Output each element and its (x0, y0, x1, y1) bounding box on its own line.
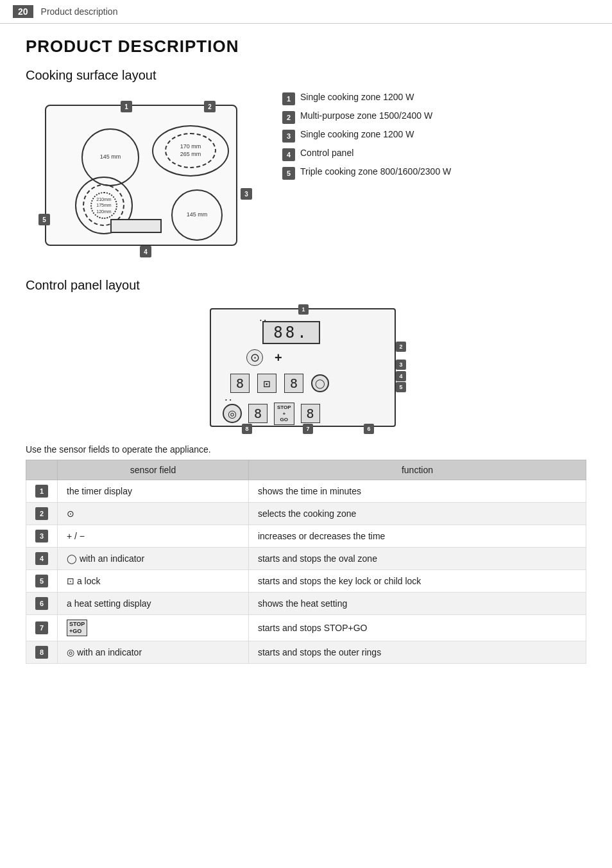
row-badge-cell: 1 (26, 480, 58, 503)
sensor-table: sensor field function 1the timer display… (26, 460, 586, 664)
sensor-field-cell: + / − (58, 525, 249, 548)
hob-outline: 145 mm 170 mm265 mm 145 mm 210mm175mm120… (45, 105, 237, 246)
cp-seg1: 8 (230, 374, 250, 393)
sensor-field-cell: the timer display (58, 480, 249, 503)
cp-timer-icon: ⊙ (246, 349, 263, 366)
cooking-surface-section: 145 mm 170 mm265 mm 145 mm 210mm175mm120… (26, 92, 586, 259)
cp-diag-badge-3: 3 (396, 360, 406, 370)
function-cell: shows the heat setting (248, 593, 586, 615)
col-function-header: function (248, 460, 586, 480)
zone2-dim-label: 170 mm265 mm (180, 143, 201, 158)
row-badge: 4 (35, 552, 48, 565)
row-badge-cell: 4 (26, 548, 58, 570)
sensor-table-wrapper: Use the sensor fields to operate the app… (26, 444, 586, 664)
legend-badge-3: 3 (282, 130, 295, 143)
zone3-dim-label: 145 mm (187, 211, 208, 219)
cp-row2: ⊙ + (246, 349, 282, 366)
zone5-dim-label: 210mm175mm120mm (96, 196, 111, 214)
function-cell: starts and stops the oval zone (248, 548, 586, 570)
cp-diag-badge-6: 6 (364, 424, 374, 434)
legend-item-5: 5 Triple cooking zone 800/1600/2300 W (282, 166, 586, 180)
row-badge: 7 (35, 621, 48, 634)
table-row: 7STOP+GOstarts and stops STOP+GO (26, 615, 586, 641)
row-badge-cell: 6 (26, 593, 58, 615)
cp-diag-badge-1: 1 (298, 304, 309, 315)
page-content: PRODUCT DESCRIPTION Cooking surface layo… (0, 30, 612, 696)
cp-row4: ◎ 8 STOP+GO 8 (223, 403, 320, 425)
row-badge-cell: 7 (26, 615, 58, 641)
table-row: 1the timer displayshows the time in minu… (26, 480, 586, 503)
diag-badge-5: 5 (38, 214, 50, 225)
table-row: 8◎ with an indicatorstarts and stops the… (26, 641, 586, 663)
legend-item-4: 4 Control panel (282, 148, 586, 161)
cp-diag-badge-7: 7 (303, 424, 313, 434)
page-number: 20 (13, 5, 33, 18)
cp-dots: • • (225, 397, 232, 403)
legend-badge-4: 4 (282, 148, 295, 161)
zone3-circle: 145 mm (171, 189, 223, 241)
sensor-field-cell: ⊡ a lock (58, 570, 249, 593)
legend-item-2: 2 Multi-purpose zone 1500/2400 W (282, 110, 586, 124)
row-badge: 2 (35, 507, 48, 520)
cp-outer-ring-icon: ◎ (223, 404, 242, 423)
cooking-surface-title: Cooking surface layout (26, 68, 586, 83)
sensor-field-cell: a heat setting display (58, 593, 249, 615)
sensor-field-cell: ⊙ (58, 503, 249, 525)
page-header-title: Product description (41, 6, 118, 17)
row-badge: 1 (35, 485, 48, 498)
diag-badge-4: 4 (140, 246, 151, 257)
legend-item-1: 1 Single cooking zone 1200 W (282, 92, 586, 105)
cp-stopgo-label: STOP+GO (274, 403, 294, 425)
cp-seg3: 8 (248, 404, 268, 423)
legend-text-3: Single cooking zone 1200 W (300, 129, 414, 139)
function-cell: shows the time in minutes (248, 480, 586, 503)
function-cell: starts and stops the outer rings (248, 641, 586, 663)
sensor-intro: Use the sensor fields to operate the app… (26, 444, 586, 455)
table-row: 6a heat setting displayshows the heat se… (26, 593, 586, 615)
function-cell: selects the cooking zone (248, 503, 586, 525)
cp-diag-badge-8: 8 (242, 424, 252, 434)
sensor-field-cell: ◎ with an indicator (58, 641, 249, 663)
control-diagram-wrapper: 88. ⊙ + 8 ⊡ 8 ◯ ◎ (26, 302, 586, 437)
zone5-inner-circle: 210mm175mm120mm (90, 192, 117, 219)
table-row: 3+ / −increases or decreases the time (26, 525, 586, 548)
row-badge-cell: 8 (26, 641, 58, 663)
cp-plus-icon: + (275, 351, 282, 365)
legend-item-3: 3 Single cooking zone 1200 W (282, 129, 586, 143)
table-row: 4◯ with an indicatorstarts and stops the… (26, 548, 586, 570)
cp-lock-icon: ⊡ (257, 374, 276, 393)
zone2-inner-circle: 170 mm265 mm (165, 133, 216, 168)
col-num-header (26, 460, 58, 480)
control-panel-diagram: 88. ⊙ + 8 ⊡ 8 ◯ ◎ (203, 302, 409, 437)
diag-badge-1: 1 (121, 101, 132, 112)
page-header: 20 Product description (0, 0, 612, 24)
legend-badge-1: 1 (282, 92, 295, 105)
diag-badge-2: 2 (204, 101, 216, 112)
table-row: 5⊡ a lockstarts and stops the key lock o… (26, 570, 586, 593)
row-badge: 6 (35, 597, 48, 610)
sensor-field-cell: ◯ with an indicator (58, 548, 249, 570)
cp-oval-indicator: ◯ (311, 374, 329, 392)
cp-seg4: 8 (301, 404, 320, 423)
cp-timer-display: 88. (262, 321, 320, 344)
row-badge: 3 (35, 530, 48, 542)
legend-text-1: Single cooking zone 1200 W (300, 92, 414, 102)
sensor-field-cell: STOP+GO (58, 615, 249, 641)
legend-text-2: Multi-purpose zone 1500/2400 W (300, 110, 432, 121)
function-cell: starts and stops the key lock or child l… (248, 570, 586, 593)
cp-outline: 88. ⊙ + 8 ⊡ 8 ◯ ◎ (210, 308, 396, 427)
table-row: 2⊙selects the cooking zone (26, 503, 586, 525)
legend-text-5: Triple cooking zone 800/1600/2300 W (300, 166, 451, 177)
cp-diag-badge-2: 2 (396, 342, 406, 352)
row-badge: 8 (35, 646, 48, 659)
cooking-surface-diagram: 145 mm 170 mm265 mm 145 mm 210mm175mm120… (26, 92, 269, 259)
col-sensor-header: sensor field (58, 460, 249, 480)
cp-diag-badge-4: 4 (396, 371, 406, 381)
control-panel-rect (110, 219, 162, 233)
row-badge-cell: 3 (26, 525, 58, 548)
zone1-dim-label: 145 mm (100, 153, 121, 161)
diag-badge-3: 3 (241, 188, 252, 200)
control-panel-section: Control panel layout 88. ⊙ + 8 ⊡ 8 (26, 278, 586, 664)
legend-badge-5: 5 (282, 167, 295, 180)
cp-row3: 8 ⊡ 8 ◯ (230, 374, 329, 393)
